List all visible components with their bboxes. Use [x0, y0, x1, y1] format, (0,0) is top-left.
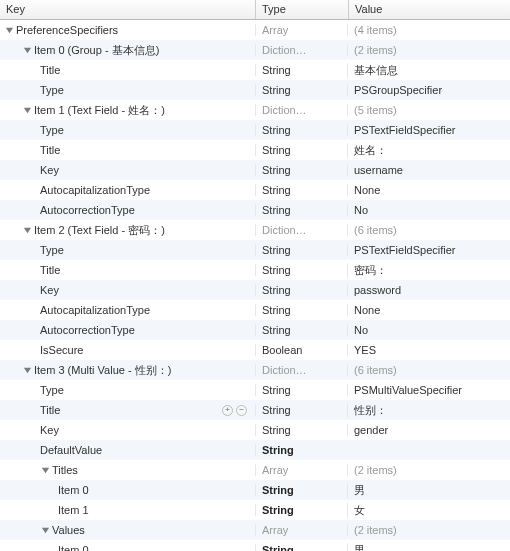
cell-key[interactable]: Title: [0, 144, 255, 156]
cell-key[interactable]: Type: [0, 124, 255, 136]
cell-value[interactable]: YES: [347, 344, 510, 356]
cell-type[interactable]: String: [255, 64, 347, 76]
table-row[interactable]: Item 1String女: [0, 500, 510, 520]
cell-type[interactable]: Boolean: [255, 344, 347, 356]
cell-key[interactable]: AutocorrectionType: [0, 324, 255, 336]
table-row[interactable]: TitleString基本信息: [0, 60, 510, 80]
cell-type[interactable]: Diction…: [255, 364, 347, 376]
cell-key[interactable]: Values: [0, 524, 255, 536]
cell-value[interactable]: 男: [347, 543, 510, 552]
table-row[interactable]: PreferenceSpecifiersArray(4 items): [0, 20, 510, 40]
cell-value[interactable]: (2 items): [347, 44, 510, 56]
cell-key[interactable]: Type: [0, 84, 255, 96]
column-key[interactable]: Key: [0, 0, 255, 19]
table-row[interactable]: KeyStringgender: [0, 420, 510, 440]
cell-key[interactable]: Item 0: [0, 484, 255, 496]
cell-key[interactable]: Type: [0, 384, 255, 396]
table-row[interactable]: KeyStringpassword: [0, 280, 510, 300]
disclosure-triangle-icon[interactable]: [22, 365, 32, 375]
table-row[interactable]: Title+−String性别：: [0, 400, 510, 420]
table-row[interactable]: TypeStringPSGroupSpecifier: [0, 80, 510, 100]
table-row[interactable]: TypeStringPSTextFieldSpecifier: [0, 240, 510, 260]
cell-type[interactable]: String: [255, 444, 347, 456]
cell-key[interactable]: Item 1: [0, 504, 255, 516]
disclosure-triangle-icon[interactable]: [40, 525, 50, 535]
disclosure-triangle-icon[interactable]: [22, 105, 32, 115]
cell-value[interactable]: No: [347, 324, 510, 336]
cell-type[interactable]: Diction…: [255, 104, 347, 116]
table-row[interactable]: KeyStringusername: [0, 160, 510, 180]
remove-icon[interactable]: −: [236, 405, 247, 416]
cell-key[interactable]: Item 2 (Text Field - 密码：): [0, 223, 255, 238]
cell-type[interactable]: String: [255, 544, 347, 551]
cell-type[interactable]: String: [255, 404, 347, 416]
table-row[interactable]: TypeStringPSMultiValueSpecifier: [0, 380, 510, 400]
table-row[interactable]: TitleString密码：: [0, 260, 510, 280]
cell-type[interactable]: String: [255, 84, 347, 96]
cell-key[interactable]: Key: [0, 424, 255, 436]
table-row[interactable]: AutocapitalizationTypeStringNone: [0, 180, 510, 200]
cell-key[interactable]: Type: [0, 244, 255, 256]
table-row[interactable]: Item 3 (Multi Value - 性别：)Diction…(6 ite…: [0, 360, 510, 380]
table-row[interactable]: Item 0String男: [0, 480, 510, 500]
cell-type[interactable]: String: [255, 504, 347, 516]
cell-value[interactable]: gender: [347, 424, 510, 436]
disclosure-triangle-icon[interactable]: [40, 465, 50, 475]
cell-type[interactable]: String: [255, 384, 347, 396]
column-value[interactable]: Value: [349, 0, 510, 19]
add-icon[interactable]: +: [222, 405, 233, 416]
cell-type[interactable]: Array: [255, 464, 347, 476]
cell-key[interactable]: Key: [0, 164, 255, 176]
cell-key[interactable]: PreferenceSpecifiers: [0, 24, 255, 36]
table-row[interactable]: ValuesArray(2 items): [0, 520, 510, 540]
table-row[interactable]: DefaultValueString: [0, 440, 510, 460]
cell-type[interactable]: String: [255, 204, 347, 216]
cell-value[interactable]: PSTextFieldSpecifier: [347, 244, 510, 256]
cell-value[interactable]: PSGroupSpecifier: [347, 84, 510, 96]
table-row[interactable]: AutocapitalizationTypeStringNone: [0, 300, 510, 320]
table-row[interactable]: Item 1 (Text Field - 姓名：)Diction…(5 item…: [0, 100, 510, 120]
cell-type[interactable]: String: [255, 424, 347, 436]
cell-type[interactable]: String: [255, 244, 347, 256]
disclosure-triangle-icon[interactable]: [4, 25, 14, 35]
cell-type[interactable]: String: [255, 304, 347, 316]
cell-type[interactable]: String: [255, 124, 347, 136]
cell-type[interactable]: String: [255, 264, 347, 276]
table-row[interactable]: TitleString姓名：: [0, 140, 510, 160]
cell-type[interactable]: Array: [255, 524, 347, 536]
table-row[interactable]: TypeStringPSTextFieldSpecifier: [0, 120, 510, 140]
cell-value[interactable]: 性别：: [347, 403, 510, 418]
table-row[interactable]: Item 0 (Group - 基本信息)Diction…(2 items): [0, 40, 510, 60]
cell-value[interactable]: PSTextFieldSpecifier: [347, 124, 510, 136]
cell-value[interactable]: 男: [347, 483, 510, 498]
table-row[interactable]: Item 2 (Text Field - 密码：)Diction…(6 item…: [0, 220, 510, 240]
disclosure-triangle-icon[interactable]: [22, 225, 32, 235]
table-row[interactable]: Item 0String男: [0, 540, 510, 551]
cell-key[interactable]: AutocapitalizationType: [0, 184, 255, 196]
cell-value[interactable]: PSMultiValueSpecifier: [347, 384, 510, 396]
cell-key[interactable]: IsSecure: [0, 344, 255, 356]
cell-value[interactable]: No: [347, 204, 510, 216]
cell-type[interactable]: String: [255, 184, 347, 196]
cell-type[interactable]: String: [255, 164, 347, 176]
cell-type[interactable]: String: [255, 284, 347, 296]
cell-value[interactable]: 女: [347, 503, 510, 518]
cell-value[interactable]: 密码：: [347, 263, 510, 278]
cell-key[interactable]: Item 1 (Text Field - 姓名：): [0, 103, 255, 118]
table-row[interactable]: AutocorrectionTypeStringNo: [0, 200, 510, 220]
table-row[interactable]: IsSecureBooleanYES: [0, 340, 510, 360]
cell-type[interactable]: String: [255, 484, 347, 496]
cell-value[interactable]: 基本信息: [347, 63, 510, 78]
cell-type[interactable]: Diction…: [255, 44, 347, 56]
cell-value[interactable]: (2 items): [347, 524, 510, 536]
cell-key[interactable]: Titles: [0, 464, 255, 476]
cell-value[interactable]: None: [347, 184, 510, 196]
cell-value[interactable]: None: [347, 304, 510, 316]
cell-key[interactable]: Item 0 (Group - 基本信息): [0, 43, 255, 58]
cell-value[interactable]: (6 items): [347, 364, 510, 376]
cell-key[interactable]: Item 3 (Multi Value - 性别：): [0, 363, 255, 378]
cell-type[interactable]: Diction…: [255, 224, 347, 236]
cell-type[interactable]: String: [255, 144, 347, 156]
table-row[interactable]: TitlesArray(2 items): [0, 460, 510, 480]
cell-key[interactable]: AutocorrectionType: [0, 204, 255, 216]
